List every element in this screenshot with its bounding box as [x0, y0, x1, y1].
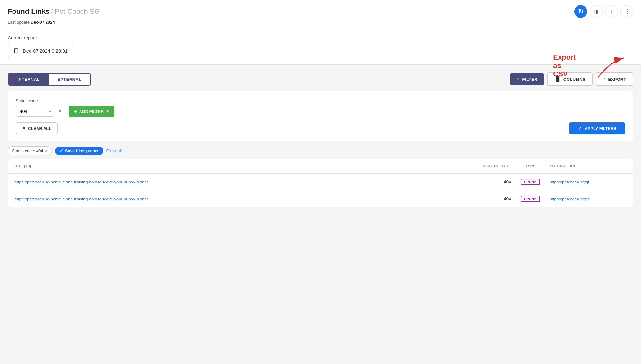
- chevron-down-icon: ▾: [107, 109, 109, 114]
- add-filter-button[interactable]: + ADD FILTER ▾: [69, 106, 115, 117]
- columns-button[interactable]: ▐▌ COLUMNS: [547, 72, 593, 86]
- calendar-icon: 🗓: [13, 47, 20, 55]
- type-badge-2: HPLNK: [521, 196, 540, 202]
- type-cell-2: HPLNK: [511, 196, 550, 202]
- clear-filters-link[interactable]: Clear all: [106, 148, 122, 153]
- col-status-header: STATUS CODE: [460, 164, 511, 168]
- more-icon: ⋮: [624, 8, 630, 15]
- data-table: URL (73) STATUS CODE TYPE SOURCE URL htt…: [8, 159, 633, 207]
- upload-icon: ↑: [610, 8, 613, 15]
- url-cell-2[interactable]: https://petcoach.sg/home-alone-training-…: [14, 197, 460, 201]
- columns-icon: ▐▌: [554, 76, 561, 82]
- filter-tag-remove-button[interactable]: ×: [45, 148, 48, 153]
- plus-icon: +: [74, 108, 77, 114]
- last-update: Last update Dec-07 2024: [8, 20, 633, 29]
- url-cell-1[interactable]: https://petcoach.sg/home-alone-training-…: [14, 180, 460, 184]
- export-button[interactable]: ↑ EXPORT: [596, 72, 633, 86]
- upload-button[interactable]: ↑: [605, 5, 618, 18]
- clear-all-button[interactable]: ✕ CLEAR ALL: [16, 122, 58, 134]
- type-cell-1: HPLNK: [511, 179, 550, 185]
- remove-filter-button[interactable]: ×: [56, 107, 63, 115]
- filter-icon: ≡: [517, 76, 520, 82]
- check-icon: ✓: [578, 126, 582, 131]
- source-cell-2[interactable]: https://petcoach.sg/cc: [550, 197, 627, 201]
- settings-icon: ◑: [594, 8, 599, 15]
- apply-filters-button[interactable]: ✓ APPLY FILTERS: [569, 122, 625, 134]
- more-button[interactable]: ⋮: [620, 5, 633, 18]
- report-date-picker[interactable]: 🗓 Dec-07 2024 0:29:01: [8, 44, 73, 58]
- check-icon: ✓: [60, 148, 63, 153]
- col-type-header: TYPE: [511, 164, 550, 168]
- status-code-select[interactable]: 404 200 301 302 500: [16, 106, 54, 117]
- source-cell-1[interactable]: https://petcoach.sg/gr: [550, 180, 627, 184]
- status-code-label: Status code: [16, 98, 63, 103]
- page-title: Found Links / Pet Coach SG: [8, 7, 100, 16]
- refresh-button[interactable]: ↻: [574, 5, 587, 18]
- status-cell-2: 404: [460, 196, 511, 201]
- report-label: Current report:: [8, 35, 633, 40]
- export-icon: ↑: [603, 76, 606, 82]
- type-badge-1: HPLNK: [521, 179, 540, 185]
- tab-external[interactable]: EXTERNAL: [49, 74, 90, 85]
- table-row: https://petcoach.sg/home-alone-training-…: [8, 190, 633, 207]
- filter-panel: Status code 404 200 301 302 500 ×: [8, 91, 633, 141]
- main-toolbar: INTERNAL EXTERNAL ≡ FILTER ▐▌ COLUMNS ↑ …: [8, 72, 633, 86]
- x-icon: ✕: [22, 126, 26, 131]
- refresh-icon: ↻: [578, 8, 584, 15]
- col-url-header: URL (73): [14, 164, 460, 168]
- table-header: URL (73) STATUS CODE TYPE SOURCE URL: [8, 159, 633, 174]
- filter-tag-status: Status code: 404 ×: [8, 146, 52, 155]
- table-row: https://petcoach.sg/home-alone-training-…: [8, 174, 633, 190]
- settings-button[interactable]: ◑: [590, 5, 603, 18]
- active-filters-bar: Status code: 404 × ✓ Save filter preset …: [8, 146, 633, 155]
- save-preset-button[interactable]: ✓ Save filter preset: [55, 147, 103, 155]
- tab-internal[interactable]: INTERNAL: [8, 74, 49, 85]
- close-icon: ×: [58, 108, 62, 114]
- filter-button[interactable]: ≡ FILTER: [510, 73, 544, 85]
- tab-group: INTERNAL EXTERNAL: [8, 73, 91, 86]
- status-cell-1: 404: [460, 179, 511, 184]
- col-source-header: SOURCE URL: [550, 164, 627, 168]
